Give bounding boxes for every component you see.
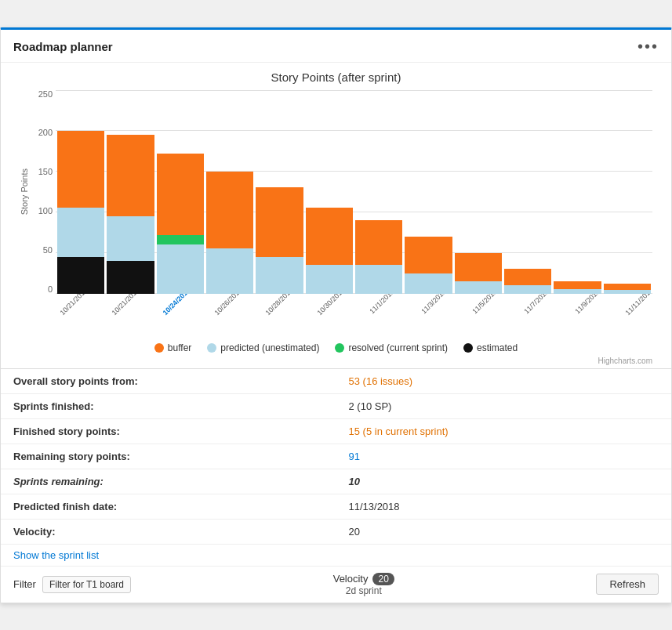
filter-value[interactable]: Filter for T1 board [42, 576, 131, 593]
bar-segment-predicted [355, 265, 402, 293]
footer: Filter Filter for T1 board Velocity 20 2… [1, 566, 671, 603]
stats-label: Sprints remaining: [1, 469, 336, 494]
show-sprint-list-link[interactable]: Show the sprint list [1, 545, 111, 566]
footer-center: Velocity 20 2d sprint [333, 573, 394, 596]
y-label-200: 200 [31, 129, 53, 137]
stats-row: Predicted finish date:11/13/2018 [1, 494, 671, 519]
y-label-0: 0 [31, 285, 53, 294]
legend-label-predicted: predicted (unestimated) [220, 342, 319, 353]
bar-group [455, 253, 502, 294]
chart-legend: buffer predicted (unestimated) resolved … [13, 336, 659, 357]
legend-dot-buffer [154, 343, 164, 353]
legend-resolved: resolved (current sprint) [335, 342, 448, 353]
stats-label: Sprints finished: [1, 393, 336, 418]
footer-left: Filter Filter for T1 board [13, 576, 131, 593]
stats-row: Sprints remaining:10 [1, 469, 671, 494]
bar-segment-buffer [306, 208, 353, 265]
y-label-100: 100 [31, 207, 53, 215]
sprint-text: 2d sprint [346, 585, 382, 596]
bar-segment-buffer [57, 131, 104, 208]
bar-segment-buffer [206, 172, 253, 249]
stats-value: 91 [336, 444, 672, 469]
stats-row: Velocity:20 [1, 519, 671, 544]
stats-label: Remaining story points: [1, 444, 336, 469]
stats-table: Overall story points from:53 (16 issues)… [1, 368, 671, 545]
x-axis-labels: 10/21/201810/21/201810/24/201810/26/2018… [13, 294, 659, 336]
bar-segment-predicted [256, 257, 303, 294]
chart-canvas [56, 90, 652, 294]
bar-segment-buffer [604, 284, 651, 290]
bar-segment-buffer [504, 269, 551, 285]
stats-row: Remaining story points:91 [1, 444, 671, 469]
bar-segment-predicted [405, 273, 452, 294]
legend-label-buffer: buffer [168, 342, 191, 353]
stats-row: Sprints finished:2 (10 SP) [1, 393, 671, 418]
bar-segment-buffer [455, 253, 502, 281]
bar-segment-estimated [107, 261, 154, 294]
bar-group [355, 220, 402, 294]
velocity-label: Velocity [333, 573, 369, 585]
velocity-badge: 20 [372, 573, 394, 585]
stats-row: Overall story points from:53 (16 issues) [1, 368, 671, 393]
filter-label: Filter [13, 578, 36, 590]
bar-group [604, 284, 651, 293]
y-axis-title: Story Points [20, 168, 29, 215]
bars-container [56, 90, 652, 294]
widget-header: Roadmap planner ••• [1, 30, 671, 63]
bar-segment-resolved [157, 235, 204, 244]
x-label: 11/11/2018 [616, 294, 659, 336]
stats-value: 2 (10 SP) [336, 393, 672, 418]
y-label-250: 250 [31, 90, 53, 99]
legend-buffer: buffer [154, 342, 191, 353]
bar-group [504, 269, 551, 293]
roadmap-planner-widget: Roadmap planner ••• Story Points (after … [0, 27, 672, 603]
y-axis-labels: 0 50 100 150 200 250 [31, 90, 53, 294]
widget-menu-button[interactable]: ••• [637, 38, 659, 56]
bar-segment-buffer [355, 220, 402, 265]
stats-value: 11/13/2018 [336, 494, 672, 519]
bar-group [554, 281, 601, 294]
legend-dot-estimated [463, 343, 473, 353]
bar-group [256, 187, 303, 293]
bar-group [405, 237, 452, 294]
velocity-row: Velocity 20 [333, 573, 394, 585]
bar-segment-buffer [157, 154, 204, 235]
bar-segment-buffer [405, 237, 452, 273]
legend-dot-resolved [335, 343, 344, 353]
bar-segment-predicted [107, 216, 154, 261]
stats-label: Predicted finish date: [1, 494, 336, 519]
stats-value: 10 [336, 469, 672, 494]
y-label-150: 150 [31, 168, 53, 176]
stats-label: Finished story points: [1, 418, 336, 444]
stats-value: 15 (5 in current sprint) [336, 418, 672, 444]
stats-label: Overall story points from: [1, 368, 336, 393]
bar-group [306, 208, 353, 293]
bar-segment-buffer [107, 135, 154, 216]
highcharts-credit: Highcharts.com [13, 357, 659, 368]
legend-estimated: estimated [463, 342, 518, 353]
legend-predicted: predicted (unestimated) [207, 342, 319, 353]
stats-label: Velocity: [1, 519, 336, 544]
refresh-button[interactable]: Refresh [596, 574, 659, 595]
legend-label-estimated: estimated [477, 342, 518, 353]
legend-label-resolved: resolved (current sprint) [348, 342, 448, 353]
bar-segment-predicted [455, 281, 502, 294]
bar-segment-predicted [57, 208, 104, 256]
bar-segment-predicted [206, 248, 253, 293]
bar-segment-estimated [57, 257, 104, 294]
bar-group [206, 172, 253, 294]
chart-title: Story Points (after sprint) [13, 71, 659, 84]
bar-segment-predicted [306, 265, 353, 293]
stats-value: 20 [336, 519, 672, 544]
bar-group [157, 154, 204, 294]
legend-dot-predicted [207, 343, 216, 353]
bar-group [57, 131, 104, 294]
chart-area: Story Points (after sprint) Story Points… [1, 63, 671, 368]
y-label-50: 50 [31, 246, 53, 255]
bar-group [107, 135, 154, 294]
bar-segment-predicted [157, 244, 204, 293]
bar-segment-predicted [504, 285, 551, 293]
stats-value: 53 (16 issues) [336, 368, 672, 393]
widget-title: Roadmap planner [13, 40, 113, 53]
bar-segment-buffer [554, 281, 601, 289]
